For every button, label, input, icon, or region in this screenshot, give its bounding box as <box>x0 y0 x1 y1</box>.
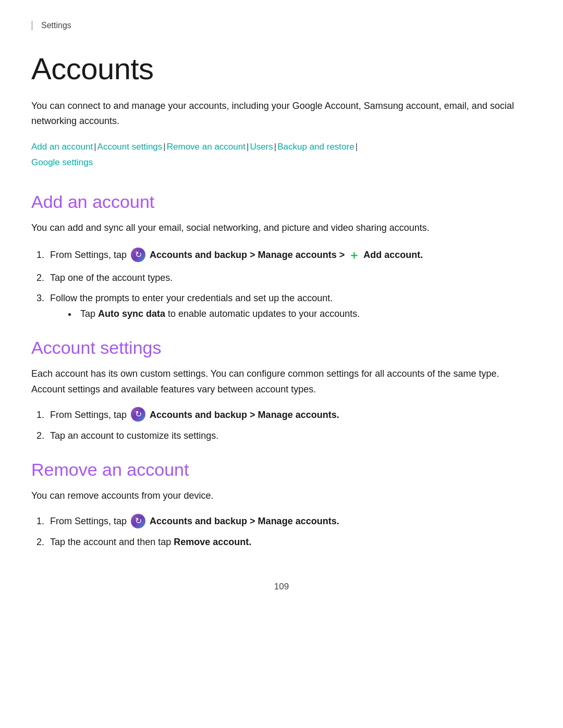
add-plus-icon: ＋ <box>348 246 360 265</box>
intro-text: You can connect to and manage your accou… <box>31 98 532 129</box>
page-number: 109 <box>31 582 532 592</box>
add-account-step-3: Follow the prompts to enter your credent… <box>47 291 532 322</box>
breadcrumb: Settings <box>31 21 532 30</box>
nav-link-account-settings[interactable]: Account settings <box>97 142 163 152</box>
add-account-steps: From Settings, tap Accounts and backup >… <box>47 246 532 322</box>
remove-acct-bold: Accounts and backup > Manage accounts. <box>150 516 339 526</box>
acct-settings-bold: Accounts and backup > Manage accounts. <box>150 410 339 420</box>
add-account-step-2: Tap one of the account types. <box>47 270 532 286</box>
account-settings-step-2: Tap an account to customize its settings… <box>47 428 532 444</box>
section-account-settings: Account settings Each account has its ow… <box>31 338 532 444</box>
nav-link-backup-restore[interactable]: Backup and restore <box>277 142 354 152</box>
account-settings-steps: From Settings, tap Accounts and backup >… <box>47 408 532 443</box>
section-remove-account: Remove an account You can remove account… <box>31 460 532 550</box>
nav-link-users[interactable]: Users <box>250 142 273 152</box>
section-desc-account-settings: Each account has its own custom settings… <box>31 366 532 397</box>
page-title: Accounts <box>31 51 532 86</box>
add-account-bullets: Tap Auto sync data to enable automatic u… <box>77 306 532 322</box>
step1-bold2: Add account. <box>363 250 423 260</box>
section-desc-remove-account: You can remove accounts from your device… <box>31 488 532 504</box>
section-add-account: Add an account You can add and sync all … <box>31 192 532 322</box>
nav-link-add-account[interactable]: Add an account <box>31 142 93 152</box>
nav-links: Add an account|Account settings|Remove a… <box>31 139 532 171</box>
add-account-step-1: From Settings, tap Accounts and backup >… <box>47 246 532 265</box>
remove-account-step-2: Tap the account and then tap Remove acco… <box>47 535 532 550</box>
account-settings-step-1: From Settings, tap Accounts and backup >… <box>47 408 532 423</box>
nav-link-remove-account[interactable]: Remove an account <box>167 142 246 152</box>
accounts-backup-icon-3 <box>131 514 145 528</box>
section-desc-add-account: You can add and sync all your email, soc… <box>31 220 532 236</box>
accounts-backup-icon-1 <box>131 248 145 262</box>
section-title-account-settings: Account settings <box>31 338 532 358</box>
remove-account-step-1: From Settings, tap Accounts and backup >… <box>47 514 532 529</box>
bullet-auto-sync: Tap Auto sync data to enable automatic u… <box>77 306 532 322</box>
step1-bold: Accounts and backup > Manage accounts > <box>150 250 345 260</box>
nav-link-google-settings[interactable]: Google settings <box>31 157 93 167</box>
section-title-remove-account: Remove an account <box>31 460 532 480</box>
accounts-backup-icon-2 <box>131 407 145 422</box>
remove-account-steps: From Settings, tap Accounts and backup >… <box>47 514 532 550</box>
section-title-add-account: Add an account <box>31 192 532 212</box>
